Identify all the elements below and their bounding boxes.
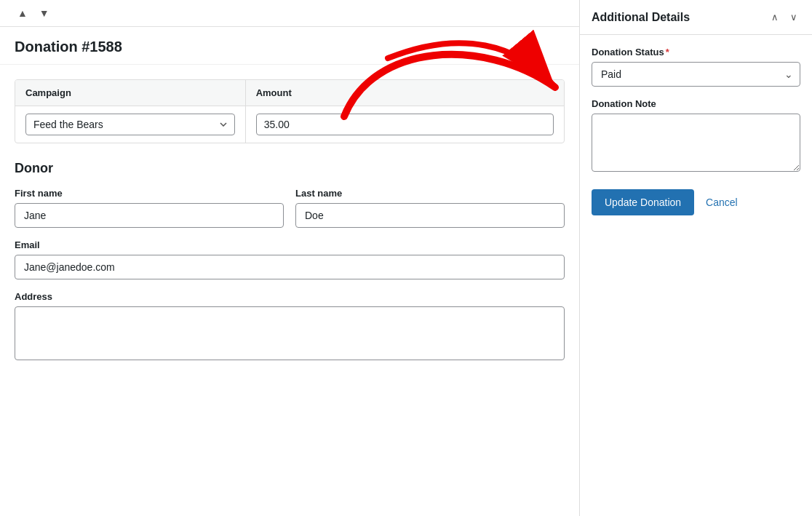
donation-note-group: Donation Note [592,98,800,175]
additional-details-sidebar: Additional Details ∧ ∨ Donation Status* … [579,0,812,516]
campaign-amount-table: Campaign Amount Feed the Bears Save the … [15,79,565,143]
last-name-group: Last name [295,188,565,228]
required-star: * [666,47,669,57]
donation-title: Donation #1588 [0,27,579,65]
top-nav: ▲ ▼ [0,0,579,27]
table-data-row: Feed the Bears Save the Wolves Help the … [15,106,564,143]
donation-note-label: Donation Note [592,98,800,109]
name-field-row: First name Last name [15,188,565,228]
nav-down-arrow[interactable]: ▼ [36,6,52,20]
email-group: Email [15,239,565,279]
sidebar-header: Additional Details ∧ ∨ [580,0,812,35]
address-input[interactable] [15,306,565,360]
donation-status-label: Donation Status* [592,47,800,57]
amount-input[interactable] [256,114,554,135]
sidebar-actions: Update Donation Cancel [592,189,800,215]
form-content: Campaign Amount Feed the Bears Save the … [0,65,579,389]
address-label: Address [15,291,565,302]
sidebar-down-arrow[interactable]: ∨ [787,10,800,24]
table-header-row: Campaign Amount [15,80,564,106]
cancel-link[interactable]: Cancel [706,197,738,208]
email-field-row: Email [15,239,565,279]
address-field-row: Address [15,291,565,360]
first-name-input[interactable] [15,203,284,228]
last-name-label: Last name [295,188,565,199]
donor-section-title: Donor [15,161,565,176]
address-group: Address [15,291,565,360]
sidebar-title: Additional Details [592,11,690,24]
donation-status-select[interactable]: Paid Pending Refunded Failed Cancelled [592,62,800,87]
sidebar-up-arrow[interactable]: ∧ [768,10,781,24]
campaign-select[interactable]: Feed the Bears Save the Wolves Help the … [25,114,235,135]
email-input[interactable] [15,255,565,279]
donation-note-textarea[interactable] [592,114,800,172]
first-name-label: First name [15,188,284,199]
email-label: Email [15,239,565,250]
amount-column-header: Amount [246,80,564,106]
sidebar-body: Donation Status* Paid Pending Refunded F… [580,35,812,227]
last-name-input[interactable] [295,203,565,228]
donor-section: Donor First name Last name Email [15,161,565,360]
status-select-wrapper: Paid Pending Refunded Failed Cancelled ⌄ [592,62,800,87]
sidebar-arrows: ∧ ∨ [768,10,800,24]
campaign-cell: Feed the Bears Save the Wolves Help the … [15,106,246,143]
update-donation-button[interactable]: Update Donation [592,189,694,215]
donation-status-group: Donation Status* Paid Pending Refunded F… [592,47,800,87]
campaign-column-header: Campaign [15,80,246,106]
nav-up-arrow[interactable]: ▲ [15,6,31,20]
first-name-group: First name [15,188,284,228]
amount-cell [246,106,564,143]
